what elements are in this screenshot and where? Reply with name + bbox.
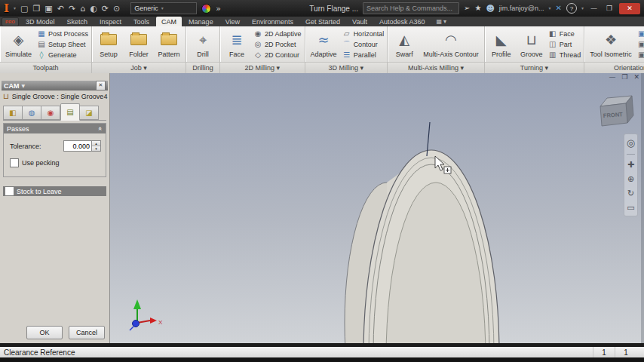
geometry-tab[interactable]: ◍ bbox=[23, 106, 41, 120]
cam-panel-header[interactable]: CAM ▼ ✕ bbox=[2, 81, 108, 90]
undo-icon[interactable]: ↶ bbox=[57, 5, 64, 13]
multi-axis-contour-button[interactable]: ◠ Multi-Axis Contour bbox=[421, 30, 481, 59]
tool-isometric-button[interactable]: ❖ Tool Isometric bbox=[587, 30, 634, 59]
tolerance-spinner[interactable]: ▴ ▾ bbox=[92, 140, 101, 152]
appearance-select[interactable]: Generic ▾ bbox=[130, 2, 197, 14]
tab-manage[interactable]: Manage bbox=[183, 17, 219, 26]
collapse-icon[interactable]: « bbox=[97, 127, 104, 131]
tab-3d-model[interactable]: 3D Model bbox=[20, 17, 60, 26]
search-pointer-icon[interactable]: ➢ bbox=[464, 5, 470, 12]
app-menu-arrow-icon[interactable]: ▾ bbox=[14, 6, 16, 11]
doc-close-button[interactable]: ✕ bbox=[633, 74, 639, 81]
swarf-button[interactable]: ◭ Swarf bbox=[391, 30, 418, 59]
parallel-button[interactable]: ☰ Parallel bbox=[342, 50, 385, 60]
new-file-icon[interactable]: ▢ bbox=[20, 5, 28, 13]
spinner-down-icon[interactable]: ▾ bbox=[92, 146, 100, 151]
tool-tab[interactable]: ◧ bbox=[3, 106, 23, 120]
search-input[interactable] bbox=[363, 2, 459, 14]
adaptive-button[interactable]: ≈ Adaptive bbox=[308, 30, 339, 59]
2d-adaptive-button[interactable]: ◉ 2D Adaptive bbox=[253, 29, 302, 38]
drill-button[interactable]: ⌖ Drill bbox=[189, 30, 216, 59]
tab-inspect[interactable]: Inspect bbox=[94, 17, 127, 26]
2d-pocket-button[interactable]: ◎ 2D Pocket bbox=[253, 39, 302, 49]
tab-cam[interactable]: CAM bbox=[156, 17, 182, 26]
turn-thread-button[interactable]: ▥ Thread bbox=[548, 50, 581, 60]
orbit-icon[interactable]: ↻ bbox=[627, 189, 634, 198]
pattern-button[interactable]: Pattern bbox=[155, 30, 182, 59]
panel-close-icon[interactable]: ✕ bbox=[96, 81, 106, 90]
panel-label-orientation[interactable]: Orientation ▾ bbox=[584, 62, 644, 73]
stock-to-leave-header[interactable]: Stock to Leave bbox=[3, 186, 106, 196]
open-file-icon[interactable]: ❐ bbox=[32, 5, 40, 13]
folder-button[interactable]: Folder bbox=[125, 30, 152, 59]
ok-button[interactable]: OK bbox=[26, 326, 63, 339]
redo-icon[interactable]: ↷ bbox=[69, 5, 75, 13]
turn-face-button[interactable]: ◧ Face bbox=[548, 29, 581, 38]
zoom-icon[interactable]: ⊕ bbox=[627, 175, 634, 183]
doc-restore-button[interactable]: ❐ bbox=[621, 74, 627, 81]
view-cube[interactable]: FRONT bbox=[600, 96, 633, 126]
operation-row[interactable]: ⊔ Single Groove : Single Groove4 bbox=[0, 90, 109, 101]
tolerance-input[interactable] bbox=[63, 140, 92, 152]
pan-icon[interactable]: ✚ bbox=[627, 161, 634, 169]
toolbar-overflow-icon[interactable]: » bbox=[216, 5, 221, 13]
update-icon[interactable]: ⟳ bbox=[102, 5, 109, 13]
home-view-icon[interactable]: ⌂ bbox=[80, 5, 85, 13]
tab-get-started[interactable]: Get Started bbox=[300, 17, 345, 26]
look-at-icon[interactable]: ▭ bbox=[627, 204, 634, 212]
a360-icon[interactable]: ✕ bbox=[556, 5, 562, 12]
visual-style-icon[interactable]: ◐ bbox=[90, 5, 97, 13]
groove-button[interactable]: ⊔ Groove bbox=[518, 30, 545, 59]
tab-sketch[interactable]: Sketch bbox=[62, 17, 94, 26]
tab-vault[interactable]: Vault bbox=[347, 17, 373, 26]
close-button[interactable]: ✕ bbox=[619, 3, 640, 14]
cancel-button[interactable]: Cancel bbox=[69, 326, 105, 339]
post-process-button[interactable]: ▦ Post Process bbox=[37, 29, 88, 38]
turn-part-button[interactable]: ◫ Part bbox=[548, 39, 581, 49]
horizontal-button[interactable]: ▱ Horizontal bbox=[342, 29, 385, 38]
help-icon[interactable]: ? bbox=[566, 3, 577, 14]
passes-group-header[interactable]: Passes « bbox=[4, 124, 106, 133]
minimize-button[interactable]: — bbox=[588, 5, 600, 12]
panel-label-job[interactable]: Job ▾ bbox=[92, 62, 186, 73]
view-cube-front-face[interactable]: FRONT bbox=[603, 111, 624, 119]
stock-to-leave-checkbox[interactable] bbox=[5, 187, 14, 195]
radii-tab[interactable]: ◉ bbox=[41, 106, 60, 120]
appearance-wheel-icon[interactable] bbox=[201, 4, 211, 14]
spinner-up-icon[interactable]: ▴ bbox=[92, 141, 100, 146]
flange-model[interactable] bbox=[345, 150, 499, 343]
2d-contour-button[interactable]: ◇ 2D Contour bbox=[253, 50, 302, 60]
tool-right-button[interactable]: ▣ Tool Right bbox=[637, 39, 644, 49]
panel-label-3d-milling[interactable]: 3D Milling ▾ bbox=[305, 62, 388, 73]
passes-tab[interactable]: ▤ bbox=[60, 103, 80, 121]
use-pecking-checkbox[interactable] bbox=[10, 158, 19, 167]
panel-label-toolpath[interactable]: Toolpath bbox=[0, 62, 91, 73]
contour-button[interactable]: ⌒ Contour bbox=[342, 39, 385, 49]
save-icon[interactable]: ▣ bbox=[44, 5, 52, 13]
panel-label-turning[interactable]: Turning ▾ bbox=[485, 62, 584, 73]
account-menu-arrow-icon[interactable]: ▾ bbox=[549, 6, 551, 11]
tool-front-button[interactable]: ▣ Tool Front bbox=[637, 29, 644, 38]
linking-tab[interactable]: ◪ bbox=[80, 106, 99, 120]
tab-autodesk-a360[interactable]: Autodesk A360 bbox=[374, 17, 431, 26]
profile-button[interactable]: ◣ Profile bbox=[488, 30, 515, 59]
favorites-star-icon[interactable]: ★ bbox=[474, 5, 481, 12]
setup-sheet-button[interactable]: ▤ Setup Sheet bbox=[37, 39, 88, 49]
navigation-wheel-icon[interactable]: ◎ bbox=[627, 138, 635, 148]
tab-environments[interactable]: Environments bbox=[247, 17, 299, 26]
doc-minimize-button[interactable]: — bbox=[609, 74, 615, 81]
username[interactable]: jim.fanjoy@n... bbox=[499, 5, 544, 12]
face-mill-button[interactable]: ≣ Face bbox=[223, 30, 250, 59]
generate-button[interactable]: ◊ Generate bbox=[37, 50, 88, 60]
maximize-button[interactable]: ❐ bbox=[604, 5, 615, 12]
panel-label-drilling[interactable]: Drilling bbox=[186, 62, 219, 73]
panel-label-2d-milling[interactable]: 2D Milling ▾ bbox=[220, 62, 305, 73]
3d-viewport[interactable]: X FRONT bbox=[110, 73, 644, 343]
inventor-logo[interactable]: I bbox=[4, 3, 9, 14]
material-icon[interactable]: ⊙ bbox=[113, 5, 120, 13]
tab-view[interactable]: View bbox=[220, 17, 245, 26]
ribbon-display-options[interactable]: ▦ ▾ bbox=[431, 17, 451, 26]
help-menu-arrow-icon[interactable]: ▾ bbox=[581, 6, 584, 11]
simulate-button[interactable]: ◈ Simulate bbox=[3, 30, 34, 59]
panel-label-multi-axis-milling[interactable]: Multi-Axis Milling ▾ bbox=[388, 62, 484, 73]
